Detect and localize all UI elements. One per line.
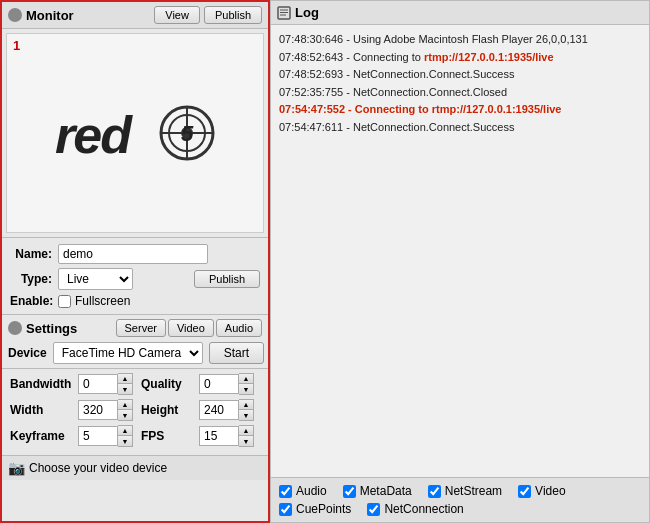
log-line: 07:54:47:611 - NetConnection.Connect.Suc… xyxy=(279,119,641,137)
metadata-checkbox-item: MetaData xyxy=(343,484,412,498)
keyframe-label: Keyframe xyxy=(10,429,70,443)
camera-icon: 📷 xyxy=(8,460,25,476)
netstream-checkbox[interactable] xyxy=(428,485,441,498)
video-label: Video xyxy=(535,484,565,498)
log-line: 07:48:52:693 - NetConnection.Connect.Suc… xyxy=(279,66,641,84)
server-tab[interactable]: Server xyxy=(116,319,166,337)
bandwidth-spin-buttons: ▲ ▼ xyxy=(118,373,133,395)
view-button[interactable]: View xyxy=(154,6,200,24)
log-content: 07:48:30:646 - Using Adobe Macintosh Fla… xyxy=(271,25,649,477)
fps-up[interactable]: ▲ xyxy=(239,426,253,436)
monitor-header: Monitor View Publish xyxy=(2,2,268,29)
type-select[interactable]: Live VOD xyxy=(58,268,133,290)
keyframe-up[interactable]: ▲ xyxy=(118,426,132,436)
publish-header-button[interactable]: Publish xyxy=(204,6,262,24)
audio-checkbox-item: Audio xyxy=(279,484,327,498)
stream-number: 1 xyxy=(13,38,20,53)
log-footer: Audio MetaData NetStream Video CuePoints… xyxy=(271,477,649,522)
fps-label: FPS xyxy=(141,429,191,443)
fullscreen-label: Fullscreen xyxy=(75,294,130,308)
settings-tabs: Server Video Audio xyxy=(116,319,262,337)
bandwidth-label: Bandwidth xyxy=(10,377,70,391)
fps-down[interactable]: ▼ xyxy=(239,436,253,446)
fps-input[interactable] xyxy=(199,426,239,446)
settings-title: Settings xyxy=(26,321,112,336)
spinbox-section: Bandwidth ▲ ▼ Quality ▲ ▼ Width xyxy=(2,368,268,455)
video-tab[interactable]: Video xyxy=(168,319,214,337)
device-row: Device FaceTime HD Camera Start xyxy=(8,342,262,364)
width-down[interactable]: ▼ xyxy=(118,410,132,420)
keyframe-fps-row: Keyframe ▲ ▼ FPS ▲ ▼ xyxy=(10,425,260,447)
choose-device-text: Choose your video device xyxy=(29,461,167,475)
netconnection-checkbox[interactable] xyxy=(367,503,380,516)
name-input[interactable] xyxy=(58,244,208,264)
metadata-label: MetaData xyxy=(360,484,412,498)
device-select[interactable]: FaceTime HD Camera xyxy=(53,342,203,364)
quality-spin-buttons: ▲ ▼ xyxy=(239,373,254,395)
metadata-checkbox[interactable] xyxy=(343,485,356,498)
publish-button[interactable]: Publish xyxy=(194,270,260,288)
width-up[interactable]: ▲ xyxy=(118,400,132,410)
enable-row: Enable: Fullscreen xyxy=(10,294,260,308)
quality-up[interactable]: ▲ xyxy=(239,374,253,384)
svg-text:5: 5 xyxy=(181,121,194,146)
settings-gear-icon xyxy=(8,321,22,335)
cuepoints-label: CuePoints xyxy=(296,502,351,516)
svg-text:red: red xyxy=(55,106,133,163)
log-icon xyxy=(277,6,291,20)
bandwidth-input[interactable] xyxy=(78,374,118,394)
type-label: Type: xyxy=(10,272,52,286)
keyframe-spin-buttons: ▲ ▼ xyxy=(118,425,133,447)
choose-device-bar: 📷 Choose your video device xyxy=(2,455,268,480)
device-label: Device xyxy=(8,346,47,360)
audio-label: Audio xyxy=(296,484,327,498)
monitor-preview: 1 red 5 xyxy=(6,33,264,233)
keyframe-spinbox: ▲ ▼ xyxy=(78,425,133,447)
quality-down[interactable]: ▼ xyxy=(239,384,253,394)
type-row: Type: Live VOD Publish xyxy=(10,268,260,290)
enable-label: Enable: xyxy=(10,294,52,308)
settings-header: Settings Server Video Audio xyxy=(8,319,262,337)
keyframe-down[interactable]: ▼ xyxy=(118,436,132,446)
fullscreen-checkbox[interactable] xyxy=(58,295,71,308)
monitor-gear-icon xyxy=(8,8,22,22)
height-down[interactable]: ▼ xyxy=(239,410,253,420)
quality-label: Quality xyxy=(141,377,191,391)
cuepoints-checkbox[interactable] xyxy=(279,503,292,516)
height-input[interactable] xyxy=(199,400,239,420)
height-spinbox: ▲ ▼ xyxy=(199,399,254,421)
video-checkbox-item: Video xyxy=(518,484,565,498)
height-spin-buttons: ▲ ▼ xyxy=(239,399,254,421)
video-checkbox[interactable] xyxy=(518,485,531,498)
width-spinbox: ▲ ▼ xyxy=(78,399,133,421)
quality-spinbox: ▲ ▼ xyxy=(199,373,254,395)
right-panel: Log 07:48:30:646 - Using Adobe Macintosh… xyxy=(270,0,650,523)
red5-svg: red 5 xyxy=(55,103,215,163)
netconnection-checkbox-item: NetConnection xyxy=(367,502,463,516)
log-line: 07:48:30:646 - Using Adobe Macintosh Fla… xyxy=(279,31,641,49)
bandwidth-spinbox: ▲ ▼ xyxy=(78,373,133,395)
height-up[interactable]: ▲ xyxy=(239,400,253,410)
quality-input[interactable] xyxy=(199,374,239,394)
left-panel: Monitor View Publish 1 red 5 Name: xyxy=(0,0,270,523)
bandwidth-up[interactable]: ▲ xyxy=(118,374,132,384)
width-input[interactable] xyxy=(78,400,118,420)
width-height-row: Width ▲ ▼ Height ▲ ▼ xyxy=(10,399,260,421)
audio-checkbox[interactable] xyxy=(279,485,292,498)
start-button[interactable]: Start xyxy=(209,342,264,364)
log-header: Log xyxy=(271,1,649,25)
cuepoints-checkbox-item: CuePoints xyxy=(279,502,351,516)
bandwidth-down[interactable]: ▼ xyxy=(118,384,132,394)
settings-section: Settings Server Video Audio Device FaceT… xyxy=(2,314,268,368)
log-line: 07:48:52:643 - Connecting to rtmp://127.… xyxy=(279,49,641,67)
keyframe-input[interactable] xyxy=(78,426,118,446)
height-label: Height xyxy=(141,403,191,417)
log-line: 07:52:35:755 - NetConnection.Connect.Clo… xyxy=(279,84,641,102)
log-title: Log xyxy=(295,5,319,20)
name-label: Name: xyxy=(10,247,52,261)
name-row: Name: xyxy=(10,244,260,264)
bandwidth-quality-row: Bandwidth ▲ ▼ Quality ▲ ▼ xyxy=(10,373,260,395)
netconnection-label: NetConnection xyxy=(384,502,463,516)
log-line: 07:54:47:552 - Connecting to rtmp://127.… xyxy=(279,101,641,119)
audio-tab[interactable]: Audio xyxy=(216,319,262,337)
